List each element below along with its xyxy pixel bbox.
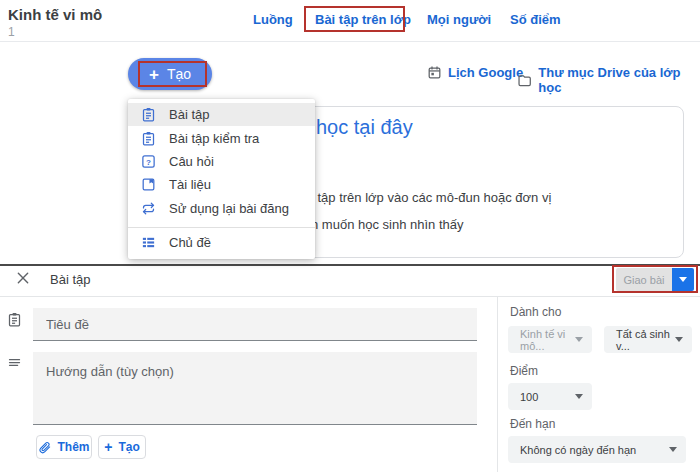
menu-divider <box>128 227 315 228</box>
class-drive-link[interactable]: Thư mục Drive của lớp học <box>517 65 700 95</box>
menu-item-label: Bài tập kiểm tra <box>169 131 259 146</box>
paperclip-icon <box>38 441 51 454</box>
menu-item-label: Tài liệu <box>169 177 211 192</box>
modal-header <box>0 266 700 296</box>
create-menu: Bài tập Bài tập kiểm tra ? Câu hỏi Tài l… <box>128 99 315 259</box>
question-icon: ? <box>141 154 156 169</box>
modal-title: Bài tập <box>50 272 90 287</box>
due-date-select[interactable]: Không có ngày đến hạn <box>508 436 686 463</box>
quiz-icon <box>141 131 156 146</box>
classroom-page: Kinh tế vi mô 1 Luồng Bài tập trên lớp M… <box>0 0 700 472</box>
topic-icon <box>141 235 156 250</box>
points-select[interactable]: 100 <box>508 383 592 410</box>
assignment-title-icon <box>7 312 22 330</box>
menu-item-label: Câu hỏi <box>169 154 214 169</box>
tab-stream[interactable]: Luồng <box>253 12 293 27</box>
class-select-value: Kinh tế vi mô... <box>520 328 575 352</box>
chevron-down-icon <box>675 337 683 342</box>
svg-text:?: ? <box>146 158 151 167</box>
assign-options-button[interactable] <box>672 268 694 291</box>
class-section: 1 <box>8 25 15 39</box>
class-drive-label: Thư mục Drive của lớp học <box>538 65 700 95</box>
tab-people[interactable]: Mọi người <box>427 12 491 27</box>
add-attachment-button[interactable]: Thêm <box>36 435 92 459</box>
menu-item-label: Bài tập <box>169 107 209 122</box>
intro-line1-fragment: i tập trên lớp vào các mô-đun hoặc đơn v… <box>311 190 551 205</box>
menu-item-reuse-post[interactable]: Sử dụng lại bài đăng <box>128 197 315 220</box>
intro-line2-fragment: n muốn học sinh nhìn thấy <box>311 217 464 232</box>
menu-item-question[interactable]: ? Câu hỏi <box>128 150 315 173</box>
create-button[interactable]: + Tạo <box>128 58 212 90</box>
class-name: Kinh tế vi mô <box>8 6 102 23</box>
folder-icon <box>517 73 532 88</box>
students-select-value: Tất cả sinh v... <box>616 328 675 352</box>
create-attachment-button[interactable]: + Tạo <box>98 435 146 459</box>
assignment-icon <box>141 107 156 122</box>
calendar-icon <box>427 65 442 80</box>
google-calendar-link[interactable]: Lịch Google <box>427 65 523 80</box>
tab-classwork[interactable]: Bài tập trên lớp <box>315 12 411 27</box>
chevron-down-icon <box>669 447 677 452</box>
menu-item-label: Sử dụng lại bài đăng <box>169 201 289 216</box>
for-label: Dành cho <box>510 305 561 319</box>
assign-button[interactable]: Giao bài <box>616 268 672 291</box>
modal-header-divider <box>0 296 700 297</box>
tab-grades[interactable]: Số điểm <box>510 12 561 27</box>
google-calendar-label: Lịch Google <box>448 65 523 80</box>
menu-item-assignment[interactable]: Bài tập <box>128 103 315 126</box>
instructions-lines-icon <box>7 355 22 373</box>
menu-item-quiz[interactable]: Bài tập kiểm tra <box>128 127 315 150</box>
close-icon[interactable] <box>16 271 30 288</box>
reuse-post-icon <box>141 201 156 216</box>
assign-button-group: Giao bài <box>616 268 694 291</box>
add-button-label: Thêm <box>57 440 89 454</box>
plus-icon: + <box>149 66 159 83</box>
instructions-input[interactable] <box>33 352 477 425</box>
intro-heading-fragment: học tại đây <box>316 116 413 139</box>
chevron-down-icon <box>679 277 687 282</box>
chevron-down-icon <box>575 394 583 399</box>
create-attachment-label: Tạo <box>118 440 139 454</box>
due-label: Đến hạn <box>510 417 555 431</box>
title-input[interactable] <box>33 308 477 341</box>
points-select-value: 100 <box>520 391 538 403</box>
menu-item-topic[interactable]: Chủ đề <box>128 231 315 254</box>
menu-item-material[interactable]: Tài liệu <box>128 173 315 196</box>
create-button-label: Tạo <box>167 66 191 82</box>
points-label: Điểm <box>510 364 538 378</box>
due-date-value: Không có ngày đến hạn <box>520 444 636 456</box>
menu-item-label: Chủ đề <box>169 235 211 250</box>
chevron-down-icon <box>575 337 583 342</box>
students-select[interactable]: Tất cả sinh v... <box>604 326 692 353</box>
class-select[interactable]: Kinh tế vi mô... <box>508 326 592 353</box>
material-icon <box>141 177 156 192</box>
plus-icon: + <box>104 439 112 455</box>
modal-vertical-divider <box>497 297 498 472</box>
